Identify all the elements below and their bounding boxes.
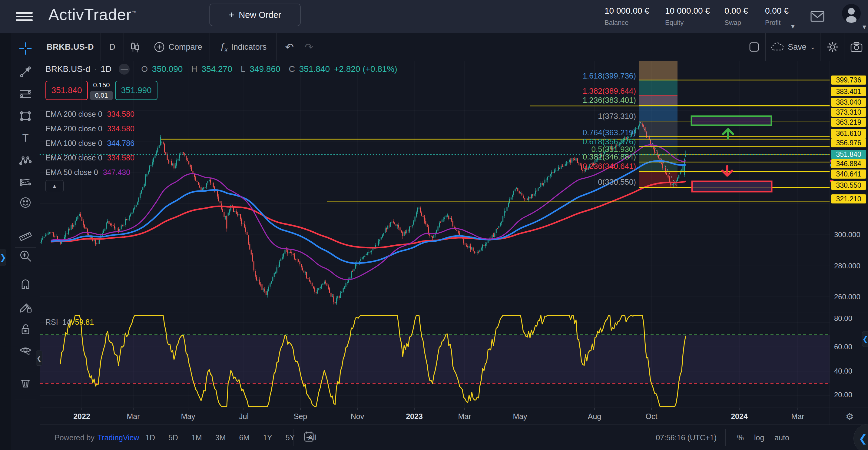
low-label: L [241, 64, 246, 74]
toolbar-collapse-handle[interactable]: ❮ [36, 350, 42, 366]
indicator-value: 347.430 [103, 168, 130, 177]
change-value: +2.820 (+0.81%) [334, 64, 397, 74]
trade-widget: 351.840 0.150 0.01 351.990 [45, 81, 157, 100]
svg-text:Mar: Mar [791, 412, 804, 421]
indicator-label: EMA 50 close 0 [45, 168, 98, 177]
svg-text:Jul: Jul [239, 412, 249, 421]
indicators-collapse-button[interactable]: ▲ [45, 180, 64, 192]
percent-scale-button[interactable]: % [737, 433, 744, 442]
svg-text:399.736: 399.736 [836, 76, 861, 84]
range-button-6m[interactable]: 6M [234, 431, 255, 444]
high-label: H [191, 64, 197, 74]
svg-text:2022: 2022 [73, 412, 90, 421]
svg-text:373.310: 373.310 [836, 108, 861, 116]
tradingview-link[interactable]: TradingView [97, 433, 139, 442]
range-button-1m[interactable]: 1M [186, 431, 208, 444]
svg-text:1(373.310): 1(373.310) [598, 112, 636, 121]
bottom-toolbar: Powered by TradingView 1D5D1M3M6M1Y5YAll… [40, 424, 868, 450]
indicator-row[interactable]: EMA 200 close 0334.580 [45, 107, 134, 121]
powered-by: Powered by TradingView [55, 425, 139, 450]
right-panel-expand-handle[interactable]: ❮ [862, 331, 868, 347]
svg-text:May: May [181, 412, 195, 421]
date-range-buttons: 1D5D1M3M6M1Y5YAll [140, 425, 322, 450]
svg-text:0.382(346.884): 0.382(346.884) [583, 152, 636, 161]
range-button-1d[interactable]: 1D [140, 431, 160, 444]
svg-text:Nov: Nov [351, 412, 364, 421]
svg-text:1.618(399.736): 1.618(399.736) [583, 71, 636, 80]
svg-text:340.641: 340.641 [836, 170, 861, 178]
indicator-row[interactable]: EMA 100 close 0344.786 [45, 136, 134, 150]
indicator-label: EMA 200 close 0 [45, 124, 102, 133]
svg-text:280.000: 280.000 [834, 262, 861, 270]
buy-button[interactable]: 351.990 [115, 81, 157, 100]
svg-text:Oct: Oct [646, 412, 657, 421]
svg-text:361.610: 361.610 [836, 130, 861, 137]
svg-text:20.00: 20.00 [834, 391, 852, 399]
indicator-row[interactable]: EMA 200 close 0334.580 [45, 150, 134, 165]
spread-value: 0.01 [90, 91, 113, 100]
svg-text:383.401: 383.401 [836, 88, 861, 95]
svg-text:Mar: Mar [458, 412, 471, 421]
low-value: 349.860 [250, 64, 280, 74]
range-button-5d[interactable]: 5D [163, 431, 184, 444]
svg-text:40.00: 40.00 [834, 367, 852, 375]
svg-text:1.382(389.644): 1.382(389.644) [583, 86, 636, 95]
svg-text:1.236(383.401): 1.236(383.401) [583, 95, 636, 105]
activtrader-app: ActivTrader™ + New Order 10 000.00 € Bal… [0, 0, 868, 450]
left-panel-expand-handle[interactable]: ❯ [0, 249, 6, 266]
rsi-label: RSI [45, 318, 58, 327]
range-button-5y[interactable]: 5Y [280, 431, 301, 444]
svg-text:Aug: Aug [588, 412, 601, 421]
svg-text:2023: 2023 [406, 412, 423, 421]
time-axis-settings-icon[interactable]: ⚙ [845, 412, 854, 422]
svg-text:0(330.550): 0(330.550) [598, 177, 636, 187]
svg-text:2024: 2024 [731, 412, 748, 421]
go-to-date-button[interactable] [303, 431, 315, 444]
log-scale-button[interactable]: log [754, 433, 764, 442]
svg-text:0.236(340.641): 0.236(340.641) [583, 162, 636, 171]
svg-text:300.000: 300.000 [834, 230, 861, 238]
svg-text:363.219: 363.219 [836, 118, 861, 126]
session-clock[interactable]: 07:56:16 (UTC+1) [656, 425, 717, 450]
svg-text:0.764(363.219): 0.764(363.219) [583, 128, 636, 137]
range-button-1y[interactable]: 1Y [257, 431, 278, 444]
indicator-legend-rows: EMA 200 close 0334.580EMA 200 close 0334… [45, 107, 134, 179]
svg-text:Sep: Sep [294, 412, 307, 421]
rsi-value: 59.81 [75, 318, 94, 327]
indicator-value: 334.580 [107, 124, 134, 133]
indicator-label: EMA 100 close 0 [45, 139, 102, 148]
svg-text:330.550: 330.550 [836, 181, 861, 189]
svg-text:60.00: 60.00 [834, 343, 852, 351]
close-value: 351.840 [299, 64, 330, 74]
rsi-legend: RSI 14 59.81 [45, 318, 94, 327]
svg-text:May: May [513, 412, 527, 421]
indicator-value: 334.580 [107, 110, 134, 118]
svg-text:383.040: 383.040 [836, 98, 861, 106]
indicator-row[interactable]: EMA 200 close 0334.580 [45, 121, 134, 136]
auto-scale-button[interactable]: auto [774, 433, 789, 442]
svg-text:80.00: 80.00 [834, 314, 852, 322]
legend-interval: 1D [101, 64, 112, 74]
svg-text:346.884: 346.884 [836, 160, 861, 168]
svg-text:260.000: 260.000 [834, 292, 861, 301]
indicator-row[interactable]: EMA 50 close 0347.430 [45, 165, 134, 179]
indicator-label: EMA 200 close 0 [45, 110, 102, 118]
spread-points: 0.150 [90, 81, 113, 90]
svg-text:321.210: 321.210 [836, 195, 861, 203]
rsi-period: 14 [62, 318, 71, 327]
scale-options: % log auto [737, 425, 789, 450]
svg-text:Mar: Mar [127, 412, 140, 421]
svg-text:351.840: 351.840 [836, 150, 861, 158]
high-value: 354.270 [202, 64, 232, 74]
legend-symbol[interactable]: BRKB.US-d [45, 64, 90, 74]
spread-display: 0.150 0.01 [90, 81, 113, 100]
sell-button[interactable]: 351.840 [45, 81, 88, 100]
range-button-3m[interactable]: 3M [210, 431, 231, 444]
indicator-value: 344.786 [107, 139, 134, 148]
open-label: O [141, 64, 148, 74]
chart-legend: BRKB.US-d · 1D — O350.090 H354.270 L349.… [45, 64, 397, 75]
legend-collapse-button[interactable]: — [119, 64, 130, 75]
svg-text:356.976: 356.976 [836, 139, 861, 147]
indicator-value: 334.580 [107, 153, 134, 162]
close-label: C [289, 64, 295, 74]
